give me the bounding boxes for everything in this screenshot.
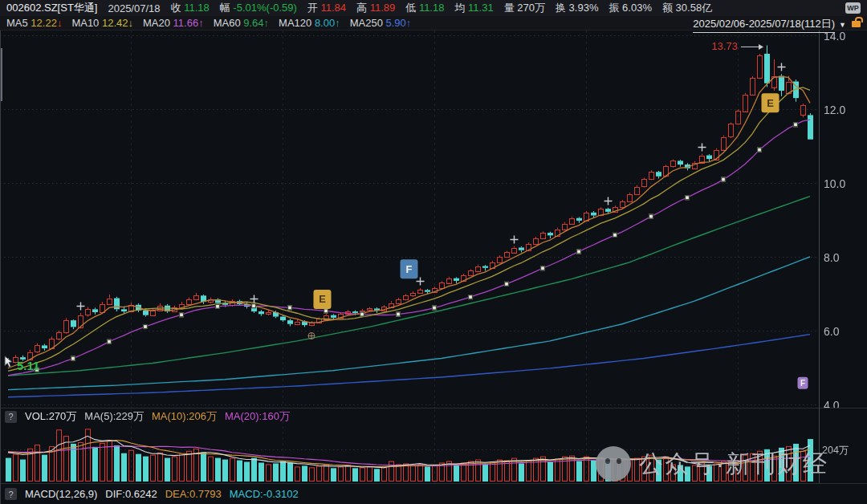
wechat-icon <box>596 446 631 482</box>
volume-stat: MA(5):229万 <box>84 409 144 424</box>
help-icon[interactable]: ? <box>5 488 17 500</box>
price-field: 额 30.58亿 <box>662 1 712 15</box>
macd-info-row: ? MACD(12,26,9) DIF:0.6242DEA:0.7793MACD… <box>0 483 867 504</box>
main-chart-canvas[interactable] <box>0 30 867 408</box>
ma-value: MA120 8.00↑ <box>279 17 340 29</box>
wp-badge-icon[interactable]: WP <box>845 2 861 14</box>
ma-value: MA20 11.66↑ <box>143 17 204 29</box>
price-field: 量 270万 <box>504 1 545 15</box>
lock-icon[interactable] <box>852 21 861 27</box>
macd-stat: DEA:0.7793 <box>165 488 222 500</box>
price-field: 振 6.03% <box>609 1 652 15</box>
volume-stat: MA(10):206万 <box>152 409 217 424</box>
date-range-selector[interactable]: 2025/02/06-2025/07/18(112日) ▼ <box>693 17 846 33</box>
trade-date: 2025/07/18 <box>108 2 160 14</box>
top-info-bar: 002602.SZ[ST华通] 2025/07/18 收 11.18幅 -5.0… <box>0 0 867 16</box>
volume-stat: VOL:270万 <box>25 409 76 424</box>
stock-symbol: 002602.SZ[ST华通] <box>6 1 97 15</box>
help-icon[interactable]: ? <box>5 411 17 423</box>
ma-values-row: MA5 12.22↓MA10 12.42↓MA20 11.66↑MA60 9.6… <box>0 16 867 30</box>
price-field: 换 3.93% <box>556 1 599 15</box>
volume-stat: MA(20):160万 <box>225 409 290 424</box>
stock-chart-app: 002602.SZ[ST华通] 2025/07/18 收 11.18幅 -5.0… <box>0 0 867 504</box>
volume-stats: VOL:270万MA(5):229万MA(10):206万MA(20):160万 <box>25 409 290 424</box>
watermark: 公众号·新刊财经 <box>596 445 828 483</box>
price-field: 开 11.84 <box>307 1 346 15</box>
macd-stat: MACD:-0.3102 <box>230 488 299 500</box>
macd-stats: DIF:0.6242DEA:0.7793MACD:-0.3102 <box>105 488 298 500</box>
chevron-down-icon[interactable]: ▼ <box>839 21 846 29</box>
price-field: 收 11.18 <box>171 1 210 15</box>
quote-fields: 收 11.18幅 -5.01%(-0.59)开 11.84高 11.89低 11… <box>171 1 713 15</box>
price-field: 幅 -5.01%(-0.59) <box>220 1 297 15</box>
watermark-text: 公众号·新刊财经 <box>639 448 828 481</box>
price-field: 低 11.18 <box>405 1 444 15</box>
ma-value: MA250 5.90↑ <box>350 17 412 29</box>
ma-value: MA60 9.64↑ <box>214 17 269 29</box>
ma-values: MA5 12.22↓MA10 12.42↓MA20 11.66↑MA60 9.6… <box>6 17 411 29</box>
volume-info-row: ? VOL:270万MA(5):229万MA(10):206万MA(20):16… <box>5 408 290 425</box>
price-field: 高 11.89 <box>356 1 395 15</box>
left-border <box>0 30 1 504</box>
date-range-label[interactable]: 2025/02/06-2025/07/18(112日) <box>693 17 835 33</box>
macd-stat: DIF:0.6242 <box>105 488 157 500</box>
ma-value: MA10 12.42↓ <box>71 17 133 29</box>
macd-params: MACD(12,26,9) <box>25 488 97 500</box>
ma-value: MA5 12.22↓ <box>6 17 62 29</box>
price-field: 均 11.31 <box>454 1 493 15</box>
